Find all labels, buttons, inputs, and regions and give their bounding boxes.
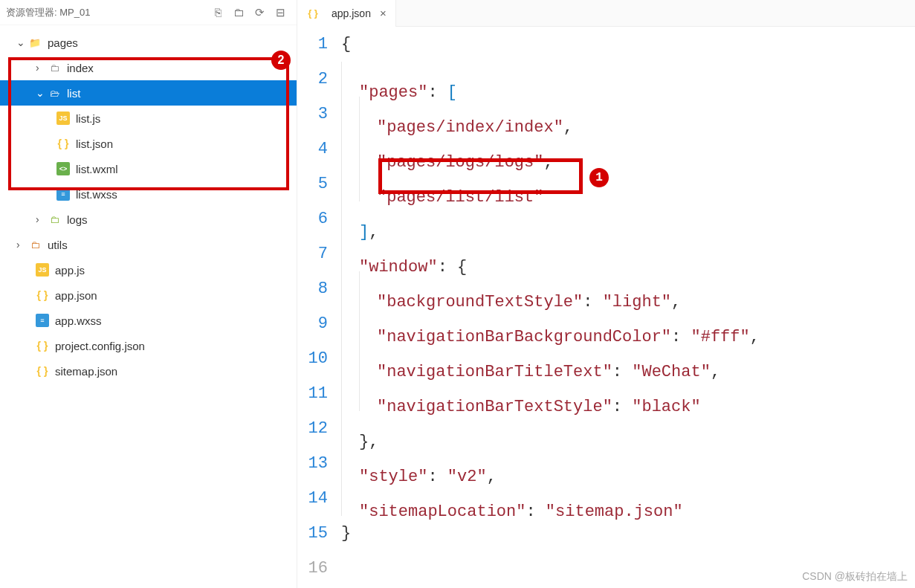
file-explorer-sidebar: 资源管理器: MP_01 ⎘ 🗀 ⟳ ⊟ ⌄ 📁 pages › 🗀 index… [0,0,297,588]
tree-file-sitemap[interactable]: { } sitemap.json [0,358,297,384]
tree-file-list-wxss[interactable]: ≡ list.wxss [0,181,297,207]
new-file-icon[interactable]: ⎘ [210,5,225,20]
json-icon: { } [36,288,49,302]
tree-label: utils [48,239,68,251]
folder-open-icon: 🗁 [48,86,61,100]
editor-tabs: { } app.json × [297,0,915,27]
collapse-icon[interactable]: ⊟ [273,5,288,20]
tree-label: logs [67,213,88,226]
tree-folder-index[interactable]: › 🗀 index [0,55,297,80]
tree-file-list-wxml[interactable]: <> list.wxml [0,156,297,181]
tree-label: app.wxss [55,314,102,327]
close-icon[interactable]: × [380,7,387,19]
tree-folder-logs[interactable]: › 🗀 logs [0,207,297,232]
tree-label: pages [48,36,78,49]
tree-label: list.json [76,138,113,150]
wxss-icon: ≡ [36,314,49,327]
js-icon: JS [56,112,70,125]
json-icon: { } [36,339,49,352]
tree-file-project-config[interactable]: { } project.config.json [0,333,297,358]
tree-file-list-json[interactable]: { } list.json [0,131,297,156]
watermark: CSDN @板砖拍在墙上 [802,570,908,584]
chevron-right-icon: › [36,62,46,74]
tree-label: sitemap.json [55,365,117,378]
file-tree: ⌄ 📁 pages › 🗀 index ⌄ 🗁 list JS list.js … [0,25,297,384]
code-body: { "pages": [ "pages/index/index", "pages… [338,27,915,588]
tree-file-app-wxss[interactable]: ≡ app.wxss [0,308,297,333]
js-icon: JS [36,263,49,277]
wxss-icon: ≡ [56,187,70,201]
tree-folder-pages[interactable]: ⌄ 📁 pages [0,30,297,55]
folder-icon: 🗀 [28,238,42,251]
line-gutter: 12345 678910 1112131415 16 [297,27,338,588]
tree-label: list [67,87,80,100]
explorer-title: 资源管理器: MP_01 [6,6,207,19]
tab-app-json[interactable]: { } app.json × [297,0,396,27]
tree-file-app-js[interactable]: JS app.js [0,257,297,282]
list-group-wrapper: › 🗀 index ⌄ 🗁 list JS list.js { } list.j… [0,55,297,207]
chevron-down-icon: ⌄ [16,36,27,48]
tree-label: list.wxss [76,188,117,201]
code-editor[interactable]: 12345 678910 1112131415 16 { "pages": [ … [297,27,915,588]
tree-folder-list[interactable]: ⌄ 🗁 list [0,80,297,106]
json-icon: { } [36,364,49,378]
chevron-down-icon: ⌄ [36,87,46,99]
chevron-right-icon: › [36,213,46,225]
folder-icon: 🗀 [48,213,61,226]
wxml-icon: <> [56,162,70,175]
tree-folder-utils[interactable]: › 🗀 utils [0,232,297,257]
explorer-header: 资源管理器: MP_01 ⎘ 🗀 ⟳ ⊟ [0,0,297,25]
tree-file-list-js[interactable]: JS list.js [0,106,297,131]
chevron-right-icon: › [16,239,27,251]
tree-label: index [67,62,94,74]
folder-icon: 📁 [28,36,42,49]
tree-file-app-json[interactable]: { } app.json [0,282,297,308]
json-icon: { } [56,137,70,150]
folder-icon: 🗀 [48,61,61,74]
tree-label: app.json [55,289,97,302]
tree-label: app.js [55,264,85,277]
new-folder-icon[interactable]: 🗀 [231,5,246,20]
tree-label: list.js [76,112,100,125]
refresh-icon[interactable]: ⟳ [252,5,267,20]
tree-label: list.wxml [76,163,118,175]
tab-label: app.json [332,7,371,19]
editor-pane: { } app.json × 12345 678910 1112131415 1… [297,0,915,588]
json-icon: { } [306,7,320,20]
tree-label: project.config.json [55,340,145,352]
